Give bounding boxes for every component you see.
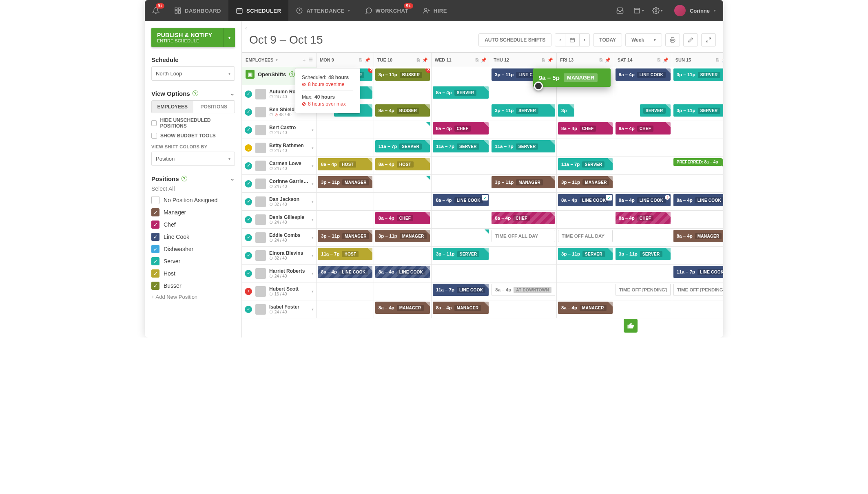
shift-block[interactable]: 3p – 11pSERVER2 [673,68,723,81]
copy-day-icon[interactable]: ⎘ [417,57,420,63]
employee-cell[interactable]: ✓Carmen Lowe⏱ 24 / 40▾ [242,157,316,174]
schedule-cell[interactable] [374,247,431,264]
position-filter[interactable]: ✓Server [151,257,235,265]
schedule-cell[interactable]: 11a – 7pLINE COOK [432,282,490,300]
shift-block[interactable]: TIME OFF [PENDING] [673,284,723,296]
chevron-down-icon[interactable]: ⌄ [230,90,235,97]
shift-block[interactable]: 8a – 4pAT DOWNTOWN [492,284,555,296]
schedule-cell[interactable]: 8a – 4pLINE COOK✓ [432,193,490,210]
schedule-cell[interactable] [317,211,374,228]
positions-heading[interactable]: Positions ?⌄ [151,175,235,182]
schedule-cell[interactable] [672,175,723,192]
shift-block[interactable]: TIME OFF ALL DAY [558,230,613,242]
schedule-cell[interactable]: 8a – 4pLINE COOK [374,265,431,282]
schedule-cell[interactable] [490,121,556,139]
schedule-cell[interactable]: 3p – 11pSERVER [490,103,556,121]
shift-block[interactable]: 8a – 4pLINE COOK! [673,194,723,206]
shift-block[interactable]: TIME OFF [PENDING] [616,284,671,296]
schedule-cell[interactable]: 8a – 4pCHEF [614,121,672,139]
schedule-cell[interactable]: 11a – 7pSERVER [432,139,490,157]
employee-cell[interactable]: !Hubert Scott⏱ 16 / 40▾ [242,282,316,300]
view-options-heading[interactable]: View Options ?⌄ [151,90,235,97]
shift-block[interactable]: 3p – 11pSERVER [433,248,489,260]
employee-cell[interactable]: ✓Dan Jackson⏱ 32 / 40▾ [242,193,316,210]
shift-block[interactable]: 8a – 4pMANAGER [673,230,723,242]
schedule-cell[interactable] [672,300,723,318]
shift-block[interactable]: 8a – 4pCHEF [492,212,555,224]
copy-day-icon[interactable]: ⎘ [359,57,362,63]
schedule-cell[interactable]: 8a – 4pBUSSER [374,103,431,121]
schedule-cell[interactable]: 8a – 4pLINE COOK! [672,193,723,210]
schedule-cell[interactable] [374,282,431,300]
schedule-cell[interactable] [432,211,490,228]
user-menu[interactable]: Corinne ▾ [667,5,723,16]
schedule-cell[interactable] [374,85,431,103]
employee-cell[interactable]: ✓Elnora Blevins⏱ 32 / 40▾ [242,247,316,264]
shift-block[interactable]: 11a – 7pLINE COOK [433,284,489,296]
shift-block[interactable]: 8a – 4pCHEF [616,212,671,224]
copy-day-icon[interactable]: ⎘ [600,57,602,63]
shift-block[interactable]: 3p – 11pMANAGER [318,230,372,242]
schedule-cell[interactable]: 11a – 7pLINE COOK [672,265,723,282]
schedule-cell[interactable]: 3p – 11pMANAGER [490,175,556,192]
schedule-cell[interactable]: SERVER [614,103,672,121]
schedule-cell[interactable]: 8a – 4pCHEF [557,121,614,139]
schedule-cell[interactable] [614,300,672,318]
add-employee-icon[interactable]: ＋ [302,57,306,63]
shift-block[interactable]: 3p – 11pBUSSER3 [375,68,430,81]
schedule-cell[interactable] [490,157,556,174]
fullscreen-button[interactable] [701,33,716,46]
schedule-cell[interactable] [614,157,672,174]
back-button[interactable]: ‹ [242,21,723,31]
help-icon[interactable]: ? [182,176,187,181]
schedule-cell[interactable]: TIME OFF ALL DAY [490,229,556,246]
position-filter[interactable]: ✓Busser [151,282,235,290]
employee-cell[interactable]: ✓Denis Gillespie⏱ 24 / 40▾ [242,211,316,228]
next-button[interactable]: › [579,33,590,46]
schedule-cell[interactable]: 8a – 4pMANAGER [672,229,723,246]
schedule-cell[interactable] [317,300,374,318]
range-select[interactable]: Week▾ [625,33,662,46]
employee-cell[interactable]: ✓Corinne Garris…⏱ 24 / 40▾ [242,175,316,192]
shift-block[interactable]: 3p – 11pSERVER [558,248,613,260]
shift-block[interactable]: 8a – 4pMANAGER [433,302,489,314]
schedule-cell[interactable]: 8a – 4pMANAGER [557,300,614,318]
schedule-cell[interactable]: 8a – 4pLINE COOK! [614,193,672,210]
shift-block[interactable]: 8a – 4pCHEF [558,122,613,135]
schedule-cell[interactable] [614,229,672,246]
schedule-cell[interactable]: 8a – 4pSERVER [432,85,490,103]
schedule-cell[interactable]: 11a – 7pSERVER [557,157,614,174]
schedule-cell[interactable]: 8a – 4pHOST [374,157,431,174]
shift-block[interactable]: 11a – 7pSERVER [375,140,430,152]
schedule-cell[interactable] [374,121,431,139]
schedule-cell[interactable]: TIME OFF ALL DAY [557,229,614,246]
schedule-cell[interactable] [557,85,614,103]
shift-block[interactable]: 8a – 4pCHEF [375,212,430,224]
employee-cell[interactable]: ✓Eddie Combs⏱ 24 / 40▾ [242,229,316,246]
today-button[interactable]: TODAY [593,33,622,46]
schedule-cell[interactable]: 11a – 7pSERVER [374,139,431,157]
schedule-cell[interactable] [432,265,490,282]
schedule-cell[interactable] [432,157,490,174]
position-filter[interactable]: ✓Manager [151,208,235,216]
shift-block[interactable]: 8a – 4pLINE COOK [616,68,671,81]
schedule-cell[interactable] [557,211,614,228]
schedule-cell[interactable] [490,300,556,318]
shift-block[interactable]: 3p – 11pSERVER [492,104,555,117]
schedule-cell[interactable] [317,121,374,139]
schedule-cell[interactable] [490,265,556,282]
shift-block[interactable]: 3p – 11pSERVER [673,104,723,117]
schedule-cell[interactable]: 3p – 11pSERVER [557,247,614,264]
nav-scheduler[interactable]: SCHEDULER [228,0,288,21]
shift-block[interactable]: 8a – 4pHOST [318,158,372,170]
inbox-icon[interactable] [611,0,629,21]
shift-block[interactable]: 11a – 7pSERVER [433,140,489,152]
shift-block[interactable]: 3p [558,104,574,117]
schedule-cell[interactable]: 8a – 4pCHEF [374,211,431,228]
schedule-cell[interactable]: PREFERRED: 8a – 4p [672,157,723,174]
schedule-cell[interactable] [557,265,614,282]
shift-block[interactable]: 11a – 7pSERVER [492,140,555,152]
schedule-cell[interactable] [432,229,490,246]
schedule-cell[interactable] [557,282,614,300]
auto-schedule-button[interactable]: AUTO SCHEDULE SHIFTS [478,33,551,46]
